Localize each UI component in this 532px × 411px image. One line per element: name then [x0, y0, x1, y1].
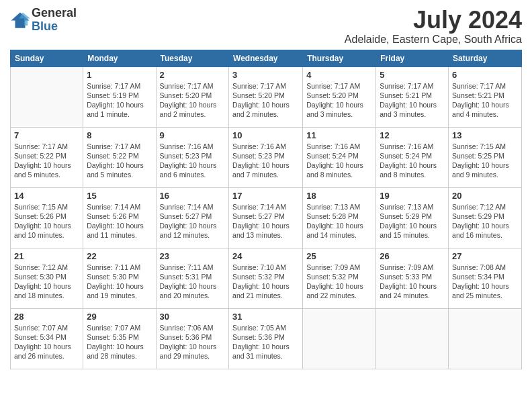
header-wednesday: Wednesday	[229, 50, 303, 66]
day-number: 16	[160, 191, 226, 201]
day-number: 13	[452, 130, 518, 140]
table-row: 8Sunrise: 7:17 AMSunset: 5:22 PMDaylight…	[83, 127, 156, 187]
day-number: 25	[306, 251, 372, 261]
day-info: Sunrise: 7:17 AMSunset: 5:20 PMDaylight:…	[232, 81, 299, 120]
day-number: 30	[160, 312, 226, 322]
day-info: Sunrise: 7:17 AMSunset: 5:20 PMDaylight:…	[306, 81, 372, 120]
table-row: 10Sunrise: 7:16 AMSunset: 5:23 PMDayligh…	[229, 127, 303, 187]
day-number: 10	[232, 130, 299, 140]
day-number: 20	[452, 191, 518, 201]
table-row	[449, 308, 522, 369]
calendar-week-row: 14Sunrise: 7:15 AMSunset: 5:26 PMDayligh…	[11, 187, 522, 248]
day-number: 29	[87, 312, 152, 322]
header-monday: Monday	[83, 50, 156, 66]
table-row: 28Sunrise: 7:07 AMSunset: 5:34 PMDayligh…	[11, 308, 83, 369]
day-number: 9	[160, 130, 226, 140]
day-number: 2	[160, 70, 226, 80]
table-row: 11Sunrise: 7:16 AMSunset: 5:24 PMDayligh…	[303, 127, 376, 187]
table-row: 7Sunrise: 7:17 AMSunset: 5:22 PMDaylight…	[11, 127, 83, 187]
table-row: 4Sunrise: 7:17 AMSunset: 5:20 PMDaylight…	[303, 66, 376, 127]
table-row	[11, 66, 83, 127]
day-number: 14	[14, 191, 79, 201]
day-info: Sunrise: 7:08 AMSunset: 5:34 PMDaylight:…	[452, 263, 518, 301]
table-row: 24Sunrise: 7:10 AMSunset: 5:32 PMDayligh…	[229, 248, 303, 308]
table-row: 30Sunrise: 7:06 AMSunset: 5:36 PMDayligh…	[156, 308, 229, 369]
day-info: Sunrise: 7:14 AMSunset: 5:26 PMDaylight:…	[87, 202, 152, 240]
day-number: 22	[87, 251, 152, 261]
day-number: 7	[14, 130, 79, 140]
day-info: Sunrise: 7:17 AMSunset: 5:22 PMDaylight:…	[14, 142, 79, 180]
day-info: Sunrise: 7:14 AMSunset: 5:27 PMDaylight:…	[160, 202, 226, 240]
calendar-week-row: 1Sunrise: 7:17 AMSunset: 5:19 PMDaylight…	[11, 66, 522, 127]
logo-blue-text: Blue	[32, 20, 77, 34]
day-number: 17	[232, 191, 299, 201]
day-number: 6	[452, 70, 518, 80]
day-info: Sunrise: 7:16 AMSunset: 5:24 PMDaylight:…	[306, 142, 372, 180]
table-row: 17Sunrise: 7:14 AMSunset: 5:27 PMDayligh…	[229, 187, 303, 248]
table-row: 22Sunrise: 7:11 AMSunset: 5:30 PMDayligh…	[83, 248, 156, 308]
day-number: 27	[452, 251, 518, 261]
day-number: 23	[160, 251, 226, 261]
table-row: 15Sunrise: 7:14 AMSunset: 5:26 PMDayligh…	[83, 187, 156, 248]
day-number: 3	[232, 70, 299, 80]
table-row: 25Sunrise: 7:09 AMSunset: 5:32 PMDayligh…	[303, 248, 376, 308]
table-row: 9Sunrise: 7:16 AMSunset: 5:23 PMDaylight…	[156, 127, 229, 187]
day-info: Sunrise: 7:16 AMSunset: 5:24 PMDaylight:…	[380, 142, 445, 180]
day-info: Sunrise: 7:15 AMSunset: 5:26 PMDaylight:…	[14, 202, 79, 240]
table-row: 29Sunrise: 7:07 AMSunset: 5:35 PMDayligh…	[83, 308, 156, 369]
table-row: 21Sunrise: 7:12 AMSunset: 5:30 PMDayligh…	[11, 248, 83, 308]
day-number: 21	[14, 251, 79, 261]
day-number: 15	[87, 191, 152, 201]
table-row: 27Sunrise: 7:08 AMSunset: 5:34 PMDayligh…	[449, 248, 522, 308]
day-info: Sunrise: 7:14 AMSunset: 5:27 PMDaylight:…	[232, 202, 299, 240]
header-friday: Friday	[376, 50, 449, 66]
day-info: Sunrise: 7:11 AMSunset: 5:30 PMDaylight:…	[87, 263, 152, 301]
calendar-table: Sunday Monday Tuesday Wednesday Thursday…	[10, 50, 522, 369]
header-saturday: Saturday	[449, 50, 522, 66]
day-info: Sunrise: 7:06 AMSunset: 5:36 PMDaylight:…	[160, 323, 226, 361]
table-row: 1Sunrise: 7:17 AMSunset: 5:19 PMDaylight…	[83, 66, 156, 127]
day-info: Sunrise: 7:16 AMSunset: 5:23 PMDaylight:…	[160, 142, 226, 180]
table-row	[376, 308, 449, 369]
table-row: 14Sunrise: 7:15 AMSunset: 5:26 PMDayligh…	[11, 187, 83, 248]
day-info: Sunrise: 7:07 AMSunset: 5:34 PMDaylight:…	[14, 323, 79, 361]
table-row: 26Sunrise: 7:09 AMSunset: 5:33 PMDayligh…	[376, 248, 449, 308]
day-info: Sunrise: 7:17 AMSunset: 5:22 PMDaylight:…	[87, 142, 152, 180]
day-info: Sunrise: 7:07 AMSunset: 5:35 PMDaylight:…	[87, 323, 152, 361]
day-info: Sunrise: 7:09 AMSunset: 5:32 PMDaylight:…	[306, 263, 372, 301]
table-row: 2Sunrise: 7:17 AMSunset: 5:20 PMDaylight…	[156, 66, 229, 127]
day-number: 5	[380, 70, 445, 80]
table-row: 20Sunrise: 7:12 AMSunset: 5:29 PMDayligh…	[449, 187, 522, 248]
title-area: July 2024 Adelaide, Eastern Cape, South …	[345, 7, 522, 46]
day-number: 28	[14, 312, 79, 322]
day-number: 19	[380, 191, 445, 201]
day-number: 11	[306, 130, 372, 140]
table-row: 16Sunrise: 7:14 AMSunset: 5:27 PMDayligh…	[156, 187, 229, 248]
month-year-title: July 2024	[345, 7, 522, 34]
day-info: Sunrise: 7:13 AMSunset: 5:29 PMDaylight:…	[380, 202, 445, 240]
calendar-week-row: 21Sunrise: 7:12 AMSunset: 5:30 PMDayligh…	[11, 248, 522, 308]
day-number: 8	[87, 130, 152, 140]
day-info: Sunrise: 7:05 AMSunset: 5:36 PMDaylight:…	[232, 323, 299, 361]
day-info: Sunrise: 7:09 AMSunset: 5:33 PMDaylight:…	[380, 263, 445, 301]
day-info: Sunrise: 7:10 AMSunset: 5:32 PMDaylight:…	[232, 263, 299, 301]
day-info: Sunrise: 7:17 AMSunset: 5:21 PMDaylight:…	[452, 81, 518, 120]
table-row: 5Sunrise: 7:17 AMSunset: 5:21 PMDaylight…	[376, 66, 449, 127]
day-info: Sunrise: 7:17 AMSunset: 5:21 PMDaylight:…	[380, 81, 445, 120]
table-row: 23Sunrise: 7:11 AMSunset: 5:31 PMDayligh…	[156, 248, 229, 308]
day-number: 4	[306, 70, 372, 80]
day-info: Sunrise: 7:12 AMSunset: 5:29 PMDaylight:…	[452, 202, 518, 240]
table-row: 13Sunrise: 7:15 AMSunset: 5:25 PMDayligh…	[449, 127, 522, 187]
day-info: Sunrise: 7:11 AMSunset: 5:31 PMDaylight:…	[160, 263, 226, 301]
day-info: Sunrise: 7:16 AMSunset: 5:23 PMDaylight:…	[232, 142, 299, 180]
day-info: Sunrise: 7:13 AMSunset: 5:28 PMDaylight:…	[306, 202, 372, 240]
logo-icon	[10, 10, 30, 30]
header-tuesday: Tuesday	[156, 50, 229, 66]
day-number: 24	[232, 251, 299, 261]
location-subtitle: Adelaide, Eastern Cape, South Africa	[345, 34, 522, 46]
table-row: 31Sunrise: 7:05 AMSunset: 5:36 PMDayligh…	[229, 308, 303, 369]
day-info: Sunrise: 7:17 AMSunset: 5:19 PMDaylight:…	[87, 81, 152, 120]
table-row: 12Sunrise: 7:16 AMSunset: 5:24 PMDayligh…	[376, 127, 449, 187]
header-thursday: Thursday	[303, 50, 376, 66]
calendar-week-row: 7Sunrise: 7:17 AMSunset: 5:22 PMDaylight…	[11, 127, 522, 187]
